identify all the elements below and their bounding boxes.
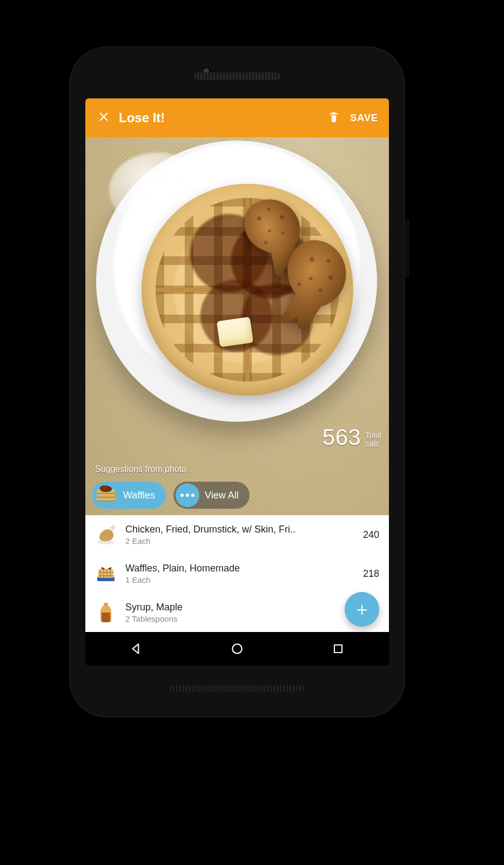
total-calories: 563 Total cals bbox=[322, 424, 381, 450]
android-nav-bar bbox=[85, 632, 389, 666]
phone-frame: Lose It! SAVE bbox=[69, 46, 405, 717]
meal-photo: 563 Total cals Suggestions from photo bbox=[85, 137, 389, 515]
food-name: Syrup, Maple bbox=[125, 602, 367, 613]
waffle-stack-icon bbox=[94, 483, 118, 507]
food-name: Waffles, Plain, Homemade bbox=[125, 563, 351, 574]
food-calories: 218 bbox=[359, 568, 379, 580]
list-item[interactable]: Chicken, Fried, Drumstick, w/ Skin, Fri.… bbox=[85, 515, 389, 554]
chip-view-all[interactable]: View All bbox=[173, 482, 250, 509]
add-food-button[interactable]: ＋ bbox=[345, 592, 379, 627]
food-calories: 240 bbox=[359, 529, 379, 541]
total-calories-value: 563 bbox=[322, 424, 361, 450]
close-icon bbox=[98, 111, 110, 125]
butter-pat bbox=[217, 317, 253, 347]
syrup-icon bbox=[94, 601, 118, 624]
waffle-icon bbox=[94, 562, 118, 585]
logged-foods-list: Chicken, Fried, Drumstick, w/ Skin, Fri.… bbox=[85, 515, 389, 632]
more-icon bbox=[176, 483, 199, 507]
app-bar: Lose It! SAVE bbox=[85, 98, 389, 137]
chip-waffles[interactable]: Waffles bbox=[92, 482, 166, 509]
app-title: Lose It! bbox=[119, 110, 165, 125]
home-icon bbox=[230, 642, 244, 656]
chip-label: Waffles bbox=[123, 490, 155, 501]
back-button[interactable] bbox=[115, 638, 158, 660]
delete-button[interactable] bbox=[323, 107, 345, 129]
svg-rect-15 bbox=[104, 603, 108, 606]
food-serving: 2 Each bbox=[125, 536, 351, 545]
list-item[interactable]: Waffles, Plain, Homemade 1 Each 218 bbox=[85, 554, 389, 593]
food-serving: 1 Each bbox=[125, 575, 351, 584]
list-item[interactable]: Syrup, Maple 2 Tablespoons bbox=[85, 593, 389, 632]
recents-icon bbox=[332, 642, 345, 655]
suggestions-label: Suggestions from photo bbox=[95, 464, 186, 474]
suggestion-chips: Waffles View All bbox=[92, 482, 382, 509]
svg-rect-17 bbox=[334, 645, 342, 653]
earpiece-grill bbox=[194, 72, 280, 80]
trash-icon bbox=[328, 110, 340, 125]
chip-label: View All bbox=[205, 490, 239, 501]
plus-icon: ＋ bbox=[353, 600, 371, 618]
close-button[interactable] bbox=[93, 107, 115, 129]
svg-point-16 bbox=[232, 644, 241, 653]
food-name: Chicken, Fried, Drumstick, w/ Skin, Fri.… bbox=[125, 524, 351, 535]
recents-button[interactable] bbox=[317, 638, 360, 660]
screen: Lose It! SAVE bbox=[85, 98, 389, 666]
chicken-icon bbox=[94, 523, 118, 547]
food-serving: 2 Tablespoons bbox=[125, 614, 367, 623]
home-button[interactable] bbox=[216, 638, 259, 660]
total-calories-label: Total cals bbox=[365, 431, 381, 450]
speaker-grill bbox=[170, 685, 305, 691]
plate bbox=[96, 141, 377, 422]
save-button[interactable]: SAVE bbox=[345, 108, 381, 128]
back-icon bbox=[129, 642, 143, 656]
